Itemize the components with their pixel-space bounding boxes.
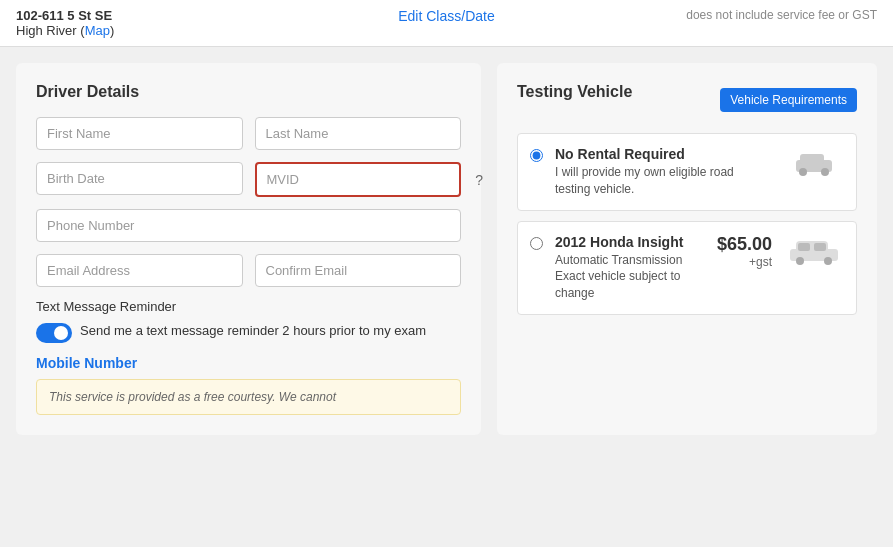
- honda-radio[interactable]: [530, 237, 543, 250]
- phone-row: [36, 209, 461, 242]
- svg-point-2: [799, 168, 807, 176]
- svg-point-8: [796, 257, 804, 265]
- birth-date-field: [36, 162, 243, 197]
- address-line2: High River (Map): [16, 23, 303, 38]
- address-block: 102-611 5 St SE High River (Map): [16, 8, 303, 38]
- driver-details-title: Driver Details: [36, 83, 461, 101]
- mvid-input[interactable]: [255, 162, 462, 197]
- honda-price-gst: +gst: [717, 255, 772, 269]
- honda-price-block: $65.00 +gst: [717, 234, 772, 269]
- honda-content: 2012 Honda Insight Automatic Transmissio…: [555, 234, 705, 302]
- toggle-label: Send me a text message reminder 2 hours …: [80, 322, 426, 340]
- last-name-field: [255, 117, 462, 150]
- svg-rect-6: [798, 243, 810, 251]
- honda-car-icon: [784, 234, 844, 266]
- car-silhouette-honda: [788, 235, 840, 265]
- honda-title: 2012 Honda Insight: [555, 234, 705, 250]
- name-row: [36, 117, 461, 150]
- main-content: Driver Details ?: [0, 47, 893, 451]
- mvid-field: ?: [255, 162, 462, 197]
- vehicle-option-no-rental: No Rental Required I will provide my own…: [517, 133, 857, 211]
- driver-details-panel: Driver Details ?: [16, 63, 481, 435]
- honda-price: $65.00: [717, 234, 772, 255]
- vehicle-requirements-button[interactable]: Vehicle Requirements: [720, 88, 857, 112]
- top-bar-center: Edit Class/Date: [303, 8, 590, 24]
- no-rental-car-icon: [784, 146, 844, 178]
- no-rental-title: No Rental Required: [555, 146, 772, 162]
- no-rental-subtitle: I will provide my own eligible road test…: [555, 164, 772, 198]
- first-name-input[interactable]: [36, 117, 243, 150]
- top-bar-notice: does not include service fee or GST: [590, 8, 877, 22]
- notice-text: This service is provided as a free court…: [49, 390, 336, 404]
- testing-vehicle-title: Testing Vehicle: [517, 83, 632, 101]
- email-field: [36, 254, 243, 287]
- honda-subtitle: Automatic TransmissionExact vehicle subj…: [555, 252, 705, 302]
- birthdate-mvid-row: ?: [36, 162, 461, 197]
- address-line1: 102-611 5 St SE: [16, 8, 303, 23]
- car-silhouette-small: [792, 148, 836, 176]
- top-bar: 102-611 5 St SE High River (Map) Edit Cl…: [0, 0, 893, 47]
- notice-box: This service is provided as a free court…: [36, 379, 461, 415]
- mobile-number-label: Mobile Number: [36, 355, 461, 371]
- svg-point-3: [821, 168, 829, 176]
- no-rental-radio[interactable]: [530, 149, 543, 162]
- phone-input[interactable]: [36, 209, 461, 242]
- svg-rect-7: [814, 243, 826, 251]
- text-reminder-label: Text Message Reminder: [36, 299, 461, 314]
- testing-vehicle-header: Testing Vehicle Vehicle Requirements: [517, 83, 857, 117]
- last-name-input[interactable]: [255, 117, 462, 150]
- first-name-field: [36, 117, 243, 150]
- email-row: [36, 254, 461, 287]
- text-reminder-toggle[interactable]: [36, 323, 72, 343]
- vehicle-option-honda: 2012 Honda Insight Automatic Transmissio…: [517, 221, 857, 315]
- email-input[interactable]: [36, 254, 243, 287]
- toggle-slider: [36, 323, 72, 343]
- testing-vehicle-panel: Testing Vehicle Vehicle Requirements No …: [497, 63, 877, 435]
- no-rental-content: No Rental Required I will provide my own…: [555, 146, 772, 198]
- mvid-help-icon[interactable]: ?: [475, 172, 483, 188]
- svg-rect-1: [800, 154, 824, 164]
- map-link[interactable]: Map: [85, 23, 110, 38]
- edit-class-date-link[interactable]: Edit Class/Date: [398, 8, 494, 24]
- toggle-row: Send me a text message reminder 2 hours …: [36, 322, 461, 343]
- birth-date-input[interactable]: [36, 162, 243, 195]
- svg-point-9: [824, 257, 832, 265]
- confirm-email-field: [255, 254, 462, 287]
- confirm-email-input[interactable]: [255, 254, 462, 287]
